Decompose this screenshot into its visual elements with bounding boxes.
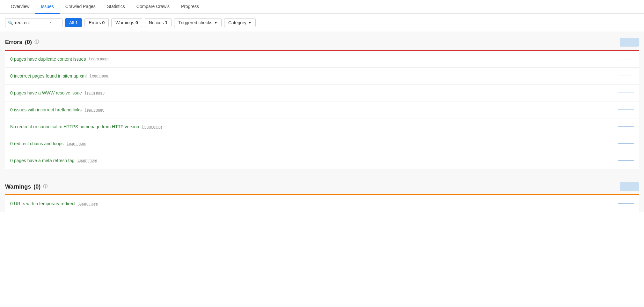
- filter-warnings-count: 0: [135, 20, 138, 25]
- issue-left: 0 redirect chains and loops Learn more: [10, 141, 608, 146]
- issue-text: 0 issues with incorrect hreflang links: [10, 107, 82, 112]
- filter-notices-count: 1: [165, 20, 167, 25]
- table-row: No redirect or canonical to HTTPS homepa…: [5, 118, 639, 135]
- warnings-export-button[interactable]: [620, 182, 639, 191]
- filter-all-label: All: [69, 20, 74, 25]
- search-input[interactable]: [15, 20, 47, 25]
- triggered-checks-label: Triggered checks: [178, 20, 212, 25]
- warnings-section: Warnings (0) ⓘ 0 URLs with a temporary r…: [5, 176, 639, 212]
- main-content: Errors (0) ⓘ 0 pages have duplicate cont…: [0, 32, 644, 212]
- errors-title: Errors (0) ⓘ: [5, 39, 39, 46]
- table-row: 0 redirect chains and loops Learn more: [5, 135, 639, 152]
- learn-more-link[interactable]: Learn more: [78, 158, 97, 163]
- issue-bar: [618, 143, 634, 144]
- issue-text: 0 redirect chains and loops: [10, 141, 63, 146]
- errors-section-header: Errors (0) ⓘ: [5, 32, 639, 50]
- triggered-checks-chevron-icon: ▼: [214, 21, 217, 25]
- issue-bar: [618, 126, 634, 127]
- issue-bar: [618, 93, 634, 93]
- warnings-count: (0): [33, 183, 40, 190]
- filter-bar: 🔍 × All 1 Errors 0 Warnings 0 Notices 1 …: [0, 14, 644, 32]
- filter-notices-label: Notices: [149, 20, 164, 25]
- errors-export-button[interactable]: [620, 38, 639, 47]
- issue-bar: [618, 109, 634, 110]
- filter-all-button[interactable]: All 1: [65, 18, 82, 27]
- issue-right: [608, 59, 634, 59]
- tab-crawled-pages[interactable]: Crawled Pages: [60, 0, 101, 14]
- learn-more-link[interactable]: Learn more: [142, 124, 162, 129]
- filter-errors-label: Errors: [89, 20, 101, 25]
- issue-text: 0 URLs with a temporary redirect: [10, 201, 76, 206]
- issue-right: [608, 203, 634, 204]
- category-button[interactable]: Category ▼: [224, 18, 256, 27]
- issue-text: No redirect or canonical to HTTPS homepa…: [10, 124, 139, 129]
- issue-right: [608, 76, 634, 76]
- issue-left: No redirect or canonical to HTTPS homepa…: [10, 124, 608, 129]
- learn-more-link[interactable]: Learn more: [89, 57, 108, 61]
- table-row: 0 incorrect pages found in sitemap.xml L…: [5, 68, 639, 85]
- issue-bar: [618, 59, 634, 59]
- learn-more-link[interactable]: Learn more: [67, 141, 86, 146]
- clear-search-button[interactable]: ×: [49, 20, 52, 25]
- filter-errors-count: 0: [102, 20, 105, 25]
- warnings-title: Warnings (0) ⓘ: [5, 183, 48, 190]
- filter-notices-button[interactable]: Notices 1: [145, 18, 172, 27]
- issue-text: 0 incorrect pages found in sitemap.xml: [10, 73, 87, 79]
- learn-more-link[interactable]: Learn more: [90, 74, 109, 78]
- warnings-section-header: Warnings (0) ⓘ: [5, 176, 639, 194]
- issue-right: [608, 126, 634, 127]
- issue-text: 0 pages have duplicate content issues: [10, 56, 86, 62]
- warnings-issues-list: 0 URLs with a temporary redirect Learn m…: [5, 195, 639, 212]
- issue-right: [608, 93, 634, 93]
- filter-all-count: 1: [76, 20, 78, 25]
- filter-warnings-button[interactable]: Warnings 0: [111, 18, 142, 27]
- issue-left: 0 URLs with a temporary redirect Learn m…: [10, 201, 608, 206]
- issue-left: 0 incorrect pages found in sitemap.xml L…: [10, 73, 608, 79]
- search-icon: 🔍: [8, 20, 13, 25]
- issue-text: 0 pages have a WWW resolve issue: [10, 90, 82, 95]
- tab-statistics[interactable]: Statistics: [101, 0, 131, 14]
- table-row: 0 pages have duplicate content issues Le…: [5, 51, 639, 68]
- issue-bar: [618, 203, 634, 204]
- triggered-checks-button[interactable]: Triggered checks ▼: [174, 18, 222, 27]
- table-row: 0 issues with incorrect hreflang links L…: [5, 101, 639, 118]
- table-row: 0 pages have a WWW resolve issue Learn m…: [5, 85, 639, 101]
- category-chevron-icon: ▼: [248, 21, 252, 25]
- search-box: 🔍 ×: [5, 18, 62, 27]
- errors-issues-list: 0 pages have duplicate content issues Le…: [5, 51, 639, 169]
- issue-right: [608, 160, 634, 161]
- issue-right: [608, 143, 634, 144]
- issue-bar: [618, 160, 634, 161]
- filter-warnings-label: Warnings: [115, 20, 134, 25]
- tab-issues[interactable]: Issues: [35, 0, 59, 14]
- table-row: 0 pages have a meta refresh tag Learn mo…: [5, 152, 639, 169]
- table-row: 0 URLs with a temporary redirect Learn m…: [5, 195, 639, 212]
- issue-right: [608, 109, 634, 110]
- filter-errors-button[interactable]: Errors 0: [84, 18, 109, 27]
- errors-count: (0): [25, 39, 32, 46]
- category-label: Category: [228, 20, 246, 25]
- warnings-title-text: Warnings: [5, 183, 31, 190]
- issue-left: 0 pages have a meta refresh tag Learn mo…: [10, 158, 608, 163]
- issue-text: 0 pages have a meta refresh tag: [10, 158, 75, 163]
- issue-bar: [618, 76, 634, 76]
- learn-more-link[interactable]: Learn more: [85, 91, 105, 95]
- tabs-bar: Overview Issues Crawled Pages Statistics…: [0, 0, 644, 14]
- issue-left: 0 issues with incorrect hreflang links L…: [10, 107, 608, 112]
- learn-more-link[interactable]: Learn more: [79, 201, 98, 206]
- errors-title-text: Errors: [5, 39, 22, 46]
- tab-overview[interactable]: Overview: [5, 0, 35, 14]
- tab-progress[interactable]: Progress: [175, 0, 205, 14]
- issue-left: 0 pages have duplicate content issues Le…: [10, 56, 608, 62]
- issue-left: 0 pages have a WWW resolve issue Learn m…: [10, 90, 608, 95]
- tab-compare-crawls[interactable]: Compare Crawls: [131, 0, 175, 14]
- warnings-info-icon[interactable]: ⓘ: [43, 184, 48, 190]
- errors-info-icon[interactable]: ⓘ: [34, 39, 39, 45]
- learn-more-link[interactable]: Learn more: [85, 108, 104, 112]
